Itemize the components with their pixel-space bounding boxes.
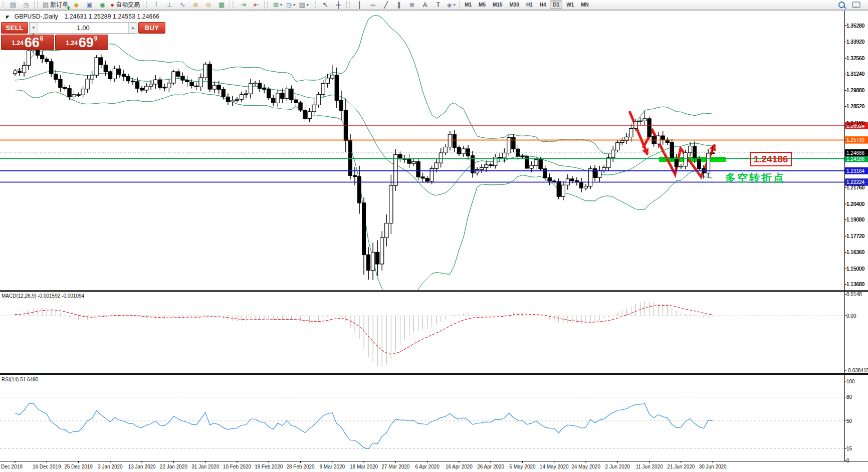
channel-icon[interactable]: ∥ [392, 0, 405, 10]
candle [41, 55, 44, 59]
auto-scroll-icon[interactable]: ⇤ [250, 0, 263, 10]
candle [344, 110, 347, 140]
terminal-icon[interactable]: ▣ [83, 0, 96, 10]
one-click-collapse-icon[interactable]: ◤ [6, 15, 10, 20]
candle [684, 153, 687, 166]
trendline-icon[interactable]: ╱ [379, 0, 392, 10]
arrows-button: ◈ [447, 1, 452, 9]
svg-text:1.17720: 1.17720 [846, 233, 865, 239]
price-level-note[interactable]: 1.24186 [750, 152, 792, 166]
timeframe-m15[interactable]: M15 [490, 1, 505, 9]
chart-window-icon[interactable]: ▤ [7, 0, 20, 10]
candle [276, 93, 280, 103]
autotrading-button[interactable]: ●自动交易 [109, 0, 141, 10]
candle [258, 83, 262, 89]
search-icon[interactable] [838, 2, 845, 8]
bar-chart-icon[interactable]: ⊺ [150, 0, 163, 10]
candle [711, 153, 715, 153]
buy-price-tile[interactable]: 1.24 69 9 [55, 35, 108, 50]
crosshair-icon: ┼ [336, 1, 341, 9]
templates-button[interactable]: ▨▾ [297, 0, 310, 10]
sell-price-tile[interactable]: 1.24 66 6 [1, 35, 54, 50]
timeframe-m5[interactable]: M5 [476, 1, 489, 9]
periods-button[interactable]: ◷▾ [284, 0, 297, 10]
candle [154, 80, 157, 84]
sell-button[interactable]: SELL [1, 22, 28, 34]
timeframe-mn[interactable]: MN [578, 1, 592, 9]
candle [222, 89, 225, 97]
candle [68, 89, 71, 97]
candle [99, 58, 103, 65]
candle [330, 75, 334, 78]
vertical-line-icon[interactable]: │ [353, 0, 366, 10]
timeframe-d1[interactable]: D1 [550, 1, 562, 9]
chevron-down-icon: ▾ [307, 3, 309, 7]
bollinger-upper-line [15, 15, 713, 154]
text-icon[interactable]: A [418, 0, 431, 10]
trendline-icon: ╱ [384, 1, 388, 9]
toolbar-separator [230, 1, 230, 9]
bar-chart-icon: ⊺ [155, 1, 158, 9]
signals-icon[interactable]: ◉ [96, 0, 109, 10]
chart-title: ◤ GBPUSD-,Daily 1.24631 1.25289 1.24553 … [6, 13, 159, 20]
timeframe-h1[interactable]: H1 [523, 1, 536, 9]
svg-text:0.0148: 0.0148 [846, 292, 862, 297]
candle [376, 252, 379, 264]
toolbar-separator [143, 1, 143, 9]
candlestick-chart-icon[interactable]: ⊥ [163, 0, 176, 10]
history-center-icon[interactable]: ◷ [20, 0, 33, 10]
arrows-button[interactable]: ◈▾ [445, 0, 458, 10]
crosshair-icon[interactable]: ┼ [332, 0, 345, 10]
horizontal-line-icon[interactable]: ─ [366, 0, 379, 10]
timeframe-m1[interactable]: M1 [462, 1, 475, 9]
label-icon[interactable]: T [431, 0, 445, 10]
candle [416, 162, 420, 177]
new-order-button-label: 新订单 [50, 1, 68, 9]
svg-text:1.32560: 1.32560 [846, 56, 865, 61]
candle [172, 72, 175, 83]
chart-canvas[interactable]: 1.269241.257391.241861.231641.222241.246… [0, 0, 868, 472]
candle [353, 175, 357, 176]
new-order-button[interactable]: ▤✚新订单 [41, 0, 70, 10]
candle [607, 158, 610, 168]
candle [339, 100, 343, 110]
turning-point-note[interactable]: 多空转折点 [725, 171, 785, 185]
candle [326, 78, 329, 84]
svg-text:1.15000: 1.15000 [846, 266, 865, 272]
candle [317, 95, 320, 105]
signals-icon: ◉ [100, 1, 105, 9]
volume-increase-icon[interactable]: ▲ [128, 23, 137, 33]
candle [194, 86, 198, 87]
chat-icon[interactable] [852, 2, 860, 8]
svg-text:0: 0 [846, 458, 849, 463]
date-tick: Dec 2019 [1, 464, 23, 469]
volume-decrease-icon[interactable]: ▼ [30, 23, 38, 33]
price-axis: 1.269241.257391.241861.231641.222241.246… [844, 23, 868, 288]
hlines-layer[interactable] [0, 126, 844, 182]
line-chart-icon: ∿ [180, 1, 185, 9]
add-chart-button[interactable]: ⊞▾ [271, 0, 284, 10]
chart-shift-icon[interactable]: ⇥ [237, 0, 250, 10]
fibonacci-icon[interactable]: ≣ [405, 0, 418, 10]
horizontal-lines-layer[interactable] [0, 126, 844, 182]
line-chart-icon[interactable]: ∿ [176, 0, 189, 10]
timeframe-w1[interactable]: W1 [563, 1, 577, 9]
cursor-icon[interactable]: ↖ [319, 0, 332, 10]
candle [18, 71, 22, 73]
timeframe-m30[interactable]: M30 [506, 1, 522, 9]
toolbar-grip [146, 2, 148, 8]
candle [240, 95, 244, 100]
candle [72, 95, 76, 97]
candle [367, 255, 370, 270]
candle [512, 138, 515, 149]
timeframe-h4[interactable]: H4 [537, 1, 549, 9]
zoom-out-icon[interactable]: ⊖ [202, 0, 215, 10]
zoom-in-icon[interactable]: ⊕ [189, 0, 202, 10]
toolbar-grip [267, 2, 269, 8]
volume-input[interactable] [38, 23, 128, 33]
add-chart-button: ⊞ [273, 1, 279, 9]
buy-button[interactable]: BUY [138, 22, 165, 34]
metaeditor-icon[interactable]: ◆ [70, 0, 83, 10]
tile-windows-icon[interactable]: ▦ [215, 0, 228, 10]
date-tick: 2 Jun 2020 [605, 464, 630, 469]
